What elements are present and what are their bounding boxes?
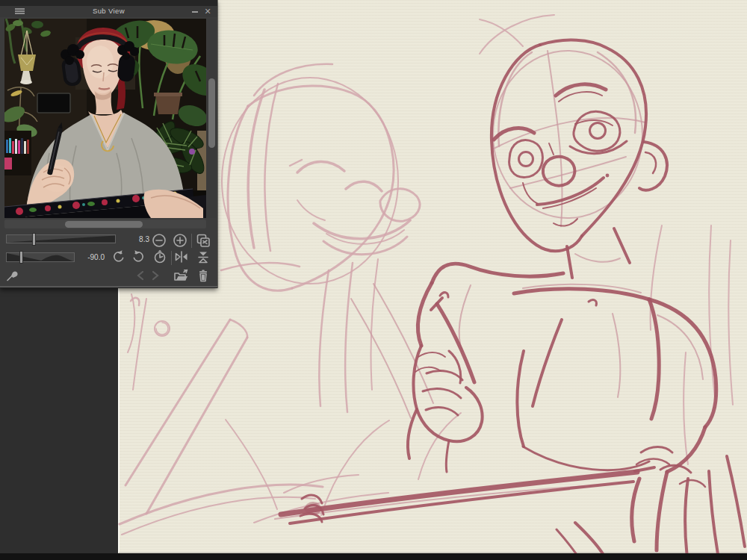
- vertical-scrollbar-thumb[interactable]: [208, 78, 215, 148]
- trash-icon: [196, 268, 210, 283]
- overlap-windows-icon: [195, 232, 211, 249]
- open-file-button[interactable]: [173, 268, 190, 283]
- flip-horizontal-icon: [174, 249, 189, 264]
- delete-image-button[interactable]: [196, 268, 210, 283]
- previous-image-button[interactable]: [134, 270, 146, 281]
- reference-photo: [4, 19, 206, 218]
- plus-icon: [173, 233, 187, 248]
- zoom-out-button[interactable]: [152, 233, 167, 248]
- panel-title: Sub View: [0, 7, 217, 15]
- eyedropper-icon: [5, 269, 19, 282]
- subview-controls: 8.3 -90.0: [0, 230, 217, 288]
- zoom-slider-handle[interactable]: [32, 233, 36, 246]
- rotate-cw-icon: [131, 249, 146, 264]
- horizontal-scrollbar[interactable]: [4, 220, 206, 228]
- minus-icon: [152, 233, 167, 248]
- minimize-button[interactable]: [189, 6, 201, 17]
- next-image-button[interactable]: [149, 270, 161, 281]
- vertical-scrollbar[interactable]: [207, 19, 217, 218]
- rotation-slider-handle[interactable]: [19, 251, 23, 264]
- zoom-value[interactable]: 8.3: [112, 235, 149, 243]
- bottom-letterbox: [0, 553, 747, 560]
- swap-subview-button[interactable]: [195, 232, 211, 249]
- flip-horizontal-button[interactable]: [174, 249, 189, 264]
- minimize-icon: [192, 11, 198, 13]
- fit-to-window-button[interactable]: [196, 249, 211, 264]
- zoom-in-button[interactable]: [173, 233, 187, 248]
- reference-image-viewport[interactable]: [4, 19, 206, 218]
- next-image-icon: [149, 270, 161, 281]
- clip-studio-workspace: Sub View ✕: [0, 0, 747, 560]
- panel-top-strip: [0, 0, 217, 6]
- eyedropper-button[interactable]: [5, 269, 19, 282]
- close-button[interactable]: ✕: [202, 6, 214, 17]
- panel-titlebar[interactable]: Sub View ✕: [0, 6, 217, 17]
- panel-resize-edge[interactable]: [0, 286, 217, 288]
- reset-rotation-icon: [152, 249, 167, 264]
- open-file-icon: [173, 268, 190, 283]
- rotation-value[interactable]: -90.0: [69, 253, 105, 261]
- reset-rotation-button[interactable]: [152, 249, 167, 264]
- horizontal-scrollbar-thumb[interactable]: [65, 221, 143, 228]
- previous-image-icon: [134, 270, 146, 281]
- rotate-ccw-icon: [111, 249, 125, 264]
- zoom-slider[interactable]: [6, 234, 116, 243]
- fit-to-window-icon: [196, 249, 211, 264]
- rotation-slider[interactable]: [6, 252, 75, 262]
- subview-panel: Sub View ✕: [0, 0, 217, 288]
- rotate-cw-button[interactable]: [131, 249, 146, 264]
- rotate-ccw-button[interactable]: [111, 249, 125, 264]
